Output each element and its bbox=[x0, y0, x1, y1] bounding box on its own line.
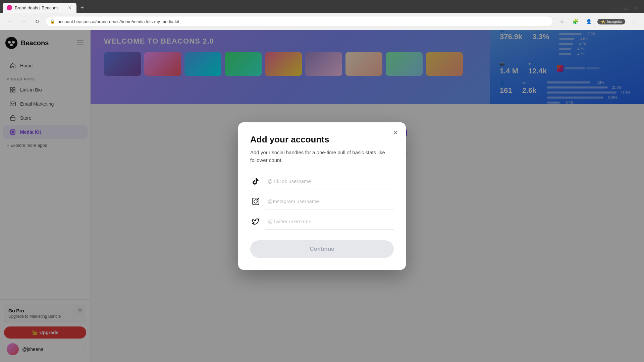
main-content: WELCOME TO BEACONS 2.0 See what's new → bbox=[91, 30, 644, 362]
twitter-input-row bbox=[250, 214, 394, 230]
maximize-button[interactable]: □ bbox=[621, 3, 631, 13]
close-window-button[interactable]: ✕ bbox=[632, 3, 641, 13]
tab-favicon bbox=[7, 5, 12, 10]
tab-title: Brand deals | Beacons bbox=[15, 5, 59, 10]
tiktok-input[interactable] bbox=[265, 173, 394, 189]
continue-button[interactable]: Continue bbox=[250, 240, 394, 258]
modal-title: Add your accounts bbox=[250, 134, 394, 145]
back-button[interactable]: ← bbox=[5, 17, 15, 26]
new-tab-button[interactable]: + bbox=[77, 3, 87, 13]
active-tab[interactable]: Brand deals | Beacons ✕ bbox=[3, 3, 76, 13]
instagram-input-row bbox=[250, 193, 394, 209]
continue-label: Continue bbox=[310, 246, 334, 252]
window-controls: ─ □ ✕ bbox=[610, 3, 641, 13]
browser-tabs: Brand deals | Beacons ✕ + ─ □ ✕ bbox=[0, 0, 644, 13]
lock-icon: 🔒 bbox=[50, 19, 55, 24]
menu-dots-button[interactable]: ⋮ bbox=[629, 17, 639, 26]
instagram-input[interactable] bbox=[265, 193, 394, 209]
browser-chrome: Brand deals | Beacons ✕ + ─ □ ✕ ← → ↻ 🔒 … bbox=[0, 0, 644, 30]
address-bar[interactable]: 🔒 account.beacons.ai/brand-deals/home/me… bbox=[46, 16, 553, 27]
modal: ✕ Add your accounts Add your social hand… bbox=[238, 122, 406, 270]
app-layout: Beacons Home PINNED APPS bbox=[0, 30, 644, 362]
forward-button[interactable]: → bbox=[19, 17, 28, 26]
svg-point-17 bbox=[254, 200, 257, 203]
tiktok-icon bbox=[250, 176, 261, 187]
svg-rect-16 bbox=[252, 198, 259, 205]
twitter-input[interactable] bbox=[265, 214, 394, 230]
modal-close-button[interactable]: ✕ bbox=[390, 128, 400, 138]
extensions-icon[interactable]: 🧩 bbox=[571, 17, 580, 26]
reload-button[interactable]: ↻ bbox=[32, 17, 42, 26]
url-text: account.beacons.ai/brand-deals/home/medi… bbox=[58, 19, 179, 24]
browser-controls: ← → ↻ 🔒 account.beacons.ai/brand-deals/h… bbox=[0, 13, 644, 30]
modal-description: Add your social handles for a one-time p… bbox=[250, 149, 394, 164]
profile-icon[interactable]: 👤 bbox=[584, 17, 593, 26]
instagram-icon bbox=[250, 196, 261, 207]
incognito-badge: 🕵️ Incognito bbox=[597, 19, 625, 24]
bookmark-icon[interactable]: ☆ bbox=[557, 17, 567, 26]
tab-close-icon[interactable]: ✕ bbox=[67, 5, 72, 10]
incognito-label: Incognito bbox=[607, 19, 622, 23]
modal-overlay[interactable]: ✕ Add your accounts Add your social hand… bbox=[91, 30, 644, 362]
twitter-icon bbox=[250, 216, 261, 227]
tiktok-input-row bbox=[250, 173, 394, 189]
svg-point-18 bbox=[257, 199, 258, 200]
minimize-button[interactable]: ─ bbox=[610, 3, 620, 13]
